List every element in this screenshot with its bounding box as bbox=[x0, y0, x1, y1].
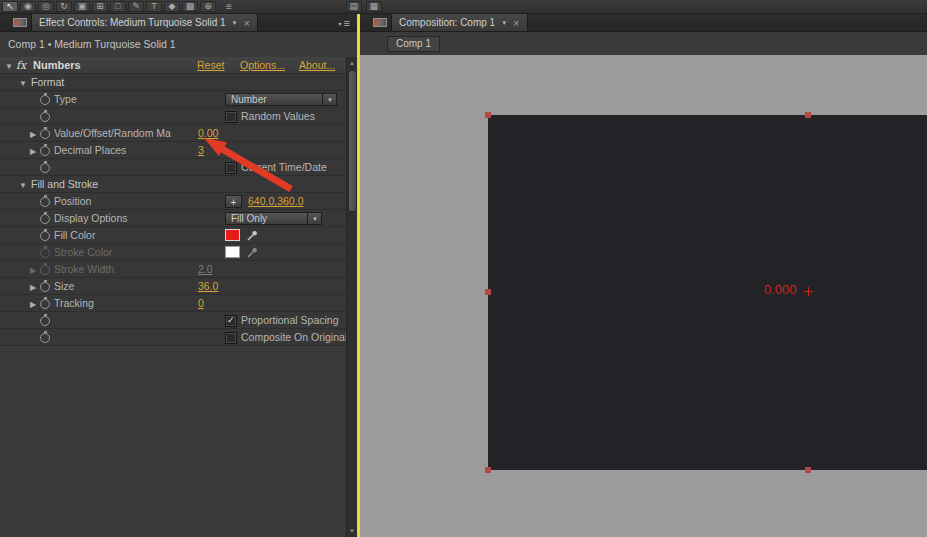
tracking-value[interactable]: 0 bbox=[198, 297, 204, 310]
solid-layer[interactable] bbox=[488, 115, 927, 470]
scrollbar-thumb[interactable] bbox=[348, 70, 357, 212]
twirl-expanded-icon[interactable]: ▼ bbox=[18, 179, 28, 192]
puppet-pin-tool[interactable]: ⊕ bbox=[200, 1, 216, 12]
rotate-tool[interactable]: ↻ bbox=[56, 1, 72, 12]
twirl-collapsed-icon[interactable]: ▶ bbox=[28, 264, 38, 277]
stopwatch-icon[interactable] bbox=[40, 299, 50, 309]
type-tool[interactable]: T bbox=[146, 1, 162, 12]
stopwatch-icon[interactable] bbox=[40, 129, 50, 139]
group-label: Format bbox=[31, 76, 64, 89]
tab-close-icon[interactable]: × bbox=[513, 18, 519, 28]
stopwatch-icon[interactable] bbox=[40, 163, 50, 173]
composition-tabbar: Composition: Comp 1 ▼ × bbox=[360, 14, 927, 32]
toolbar-menu-icon[interactable]: ≡ bbox=[226, 1, 232, 12]
scroll-up-icon[interactable]: ▲ bbox=[347, 58, 357, 68]
stopwatch-icon[interactable] bbox=[40, 214, 50, 224]
property-label: Stroke Color bbox=[54, 246, 194, 259]
twirl-expanded-icon[interactable]: ▼ bbox=[4, 60, 14, 73]
stroke-color-swatch[interactable] bbox=[225, 246, 240, 258]
pan-behind-tool[interactable]: ⊞ bbox=[92, 1, 108, 12]
stopwatch-icon[interactable] bbox=[40, 333, 50, 343]
workspace-glyph: ▤ bbox=[350, 2, 359, 11]
pen-tool[interactable]: ✎ bbox=[128, 1, 144, 12]
pan-behind-tool-icon: ⊞ bbox=[96, 2, 104, 11]
proportional-spacing-checkbox[interactable]: ✓ bbox=[225, 315, 237, 327]
fx-badge-icon: fx bbox=[16, 59, 26, 72]
composition-panel: Composition: Comp 1 ▼ × Comp 1 0.000 bbox=[360, 14, 927, 537]
tab-dropdown-icon[interactable]: ▼ bbox=[232, 20, 238, 26]
position-value[interactable]: 640.0,360.0 bbox=[248, 195, 303, 208]
checkbox-label: Current Time/Date bbox=[241, 161, 327, 174]
panel-grip-icon[interactable] bbox=[373, 18, 387, 27]
about-link[interactable]: About... bbox=[299, 59, 335, 72]
twirl-collapsed-icon[interactable]: ▶ bbox=[28, 281, 38, 294]
brush-tool[interactable]: ◆ bbox=[164, 1, 180, 12]
stopwatch-icon[interactable] bbox=[40, 316, 50, 326]
eyedropper-icon[interactable] bbox=[246, 246, 259, 259]
effect-point-button[interactable]: + bbox=[225, 195, 242, 208]
clone-stamp-tool[interactable]: ▩ bbox=[182, 1, 198, 12]
pen-tool-icon: ✎ bbox=[132, 2, 140, 11]
tab-composition[interactable]: Composition: Comp 1 ▼ × bbox=[391, 14, 528, 31]
fill-color-swatch[interactable] bbox=[225, 229, 240, 241]
twirl-expanded-icon[interactable]: ▼ bbox=[18, 77, 28, 90]
random-values-checkbox[interactable] bbox=[225, 111, 237, 123]
camera-tool[interactable]: ▣ bbox=[74, 1, 90, 12]
stopwatch-icon[interactable] bbox=[40, 282, 50, 292]
tab-effect-controls[interactable]: Effect Controls: Medium Turquoise Solid … bbox=[31, 14, 258, 31]
selection-handle-middle-left[interactable] bbox=[485, 289, 491, 295]
effect-controls-tabbar: Effect Controls: Medium Turquoise Solid … bbox=[0, 14, 357, 32]
stopwatch-icon[interactable] bbox=[40, 248, 50, 258]
hand-tool[interactable]: ◉ bbox=[20, 1, 36, 12]
vertical-scrollbar[interactable]: ▲ ▼ bbox=[346, 57, 357, 537]
twirl-collapsed-icon[interactable]: ▶ bbox=[28, 128, 38, 141]
decimal-places-value[interactable]: 3 bbox=[198, 144, 204, 157]
viewer-tab-strip: Comp 1 bbox=[360, 32, 927, 56]
value-offset-value[interactable]: 0.00 bbox=[198, 127, 218, 140]
twirl-collapsed-icon[interactable]: ▶ bbox=[28, 145, 38, 158]
selection-handle-top-left[interactable] bbox=[485, 112, 491, 118]
panel-menu-icon[interactable]: ▾ ≡ bbox=[339, 17, 350, 29]
selection-tool-icon: ↖ bbox=[6, 2, 14, 11]
selection-handle-top-center[interactable] bbox=[805, 112, 811, 118]
viewer-tab-comp1[interactable]: Comp 1 bbox=[387, 36, 440, 52]
display-options-dropdown[interactable]: Fill Only bbox=[225, 212, 322, 225]
tab-dropdown-icon[interactable]: ▼ bbox=[501, 20, 507, 26]
property-label: Tracking bbox=[54, 297, 194, 310]
stopwatch-icon[interactable] bbox=[40, 112, 50, 122]
stopwatch-icon[interactable] bbox=[40, 231, 50, 241]
selection-tool[interactable]: ↖ bbox=[2, 1, 18, 12]
puppet-pin-tool-icon: ⊕ bbox=[204, 2, 212, 11]
stopwatch-icon[interactable] bbox=[40, 265, 50, 275]
composite-on-original-checkbox[interactable] bbox=[225, 332, 237, 344]
reset-link[interactable]: Reset bbox=[197, 59, 224, 72]
size-value[interactable]: 36.0 bbox=[198, 280, 218, 293]
property-label: Fill Color bbox=[54, 229, 194, 242]
effect-header-numbers[interactable]: ▼ fx Numbers Reset Options... About... bbox=[0, 57, 346, 74]
stopwatch-icon[interactable] bbox=[40, 95, 50, 105]
panel-divider-highlight[interactable] bbox=[357, 14, 360, 537]
current-time-checkbox[interactable] bbox=[225, 162, 237, 174]
scroll-down-icon[interactable]: ▼ bbox=[347, 526, 357, 536]
zoom-tool[interactable]: ◎ bbox=[38, 1, 54, 12]
selection-handle-bottom-center[interactable] bbox=[805, 467, 811, 473]
twirl-collapsed-icon[interactable]: ▶ bbox=[28, 298, 38, 311]
property-label: Position bbox=[54, 195, 194, 208]
panel-options-icon[interactable]: ▦ bbox=[366, 1, 382, 12]
row-current-time: Current Time/Date bbox=[0, 159, 346, 176]
selection-handle-bottom-left[interactable] bbox=[485, 467, 491, 473]
eyedropper-icon[interactable] bbox=[246, 229, 259, 242]
stopwatch-icon[interactable] bbox=[40, 146, 50, 156]
row-type: Type Number bbox=[0, 91, 346, 108]
tab-close-icon[interactable]: × bbox=[244, 18, 250, 28]
effect-name: Numbers bbox=[33, 59, 81, 72]
panel-grip-icon[interactable] bbox=[13, 18, 27, 27]
type-dropdown[interactable]: Number bbox=[225, 93, 337, 106]
crosshair-icon: + bbox=[231, 197, 237, 208]
mask-tool[interactable]: □ bbox=[110, 1, 126, 12]
stopwatch-icon[interactable] bbox=[40, 197, 50, 207]
options-link[interactable]: Options... bbox=[240, 59, 285, 72]
composition-viewer[interactable]: 0.000 bbox=[360, 55, 927, 537]
anchor-point-icon[interactable] bbox=[804, 287, 813, 296]
workspace-icon[interactable]: ▤ bbox=[346, 1, 362, 12]
